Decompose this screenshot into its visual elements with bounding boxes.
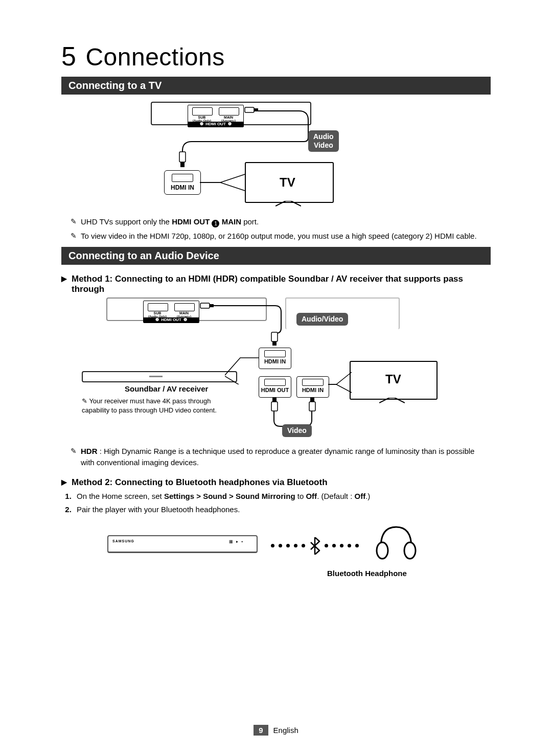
player-buttons: ▦ ▸ ▪ — [229, 539, 244, 544]
step-b2: Off — [306, 492, 317, 500]
diagram-tv-connection: SUB (Audio Only) MAIN (Anynet+) ❷ HDMI O… — [151, 102, 401, 209]
diagram-bluetooth: ▦ ▸ ▪ SAMSUNG Bluetooth Headphone — [97, 525, 455, 576]
svg-rect-9 — [271, 402, 278, 411]
hdmi-plug-down-icon — [270, 398, 279, 412]
pill-audio: Audio — [313, 132, 334, 141]
hdmi-out-strip: ❷ HDMI OUT ❶ — [144, 317, 199, 323]
player-port-panel: SUB (Audio Only) MAIN (Anynet+) ❷ HDMI O… — [143, 301, 199, 323]
hdr-bold: HDR — [81, 447, 98, 455]
chapter-title: Connections — [85, 43, 224, 71]
svg-rect-6 — [271, 332, 278, 341]
step-text: Pair the player with your Bluetooth head… — [77, 505, 240, 514]
note-b1: HDMI OUT — [172, 217, 212, 226]
dot-icon — [286, 544, 290, 547]
hdmi-cable-icon — [199, 302, 215, 311]
circled-1-icon: 1 — [212, 220, 219, 227]
note-b2: MAIN — [219, 217, 241, 226]
tv-hdmi-in-panel: HDMI IN — [296, 376, 329, 398]
num2-icon: ❷ — [155, 317, 159, 322]
svg-rect-4 — [200, 303, 210, 308]
dot-icon — [355, 544, 359, 547]
player-device — [107, 535, 258, 553]
dot-icon — [348, 544, 351, 547]
hdmi-out-label: HDMI OUT — [259, 387, 291, 393]
video-pill: Video — [282, 424, 312, 437]
dot-icon — [279, 544, 282, 547]
method1-notes: HDR : High Dynamic Range is a technique … — [61, 446, 491, 468]
hdmi-plug-down-icon — [270, 331, 279, 347]
step-pre: On the Home screen, set — [77, 492, 164, 500]
hdmi-out-port — [264, 379, 286, 386]
hdmi-out-text: HDMI OUT — [161, 317, 181, 322]
step-mid2: . (Default : — [317, 492, 354, 500]
headphones-icon — [373, 522, 419, 563]
soundbar-device — [82, 371, 237, 382]
main-label: MAIN — [174, 311, 194, 315]
manual-page: 5Connections Connecting to a TV SUB (Aud… — [0, 0, 552, 756]
note-item: UHD TVs support only the HDMI OUT 1 MAIN… — [71, 216, 490, 227]
svg-point-13 — [404, 542, 416, 559]
svg-rect-3 — [180, 162, 185, 167]
tv-stand-icon — [275, 201, 301, 207]
note-text: To view video in the HDMI 720p, 1080p, o… — [81, 232, 477, 240]
audio-video-pill: Audio/Video — [296, 313, 348, 326]
num1-icon: ❶ — [183, 317, 187, 322]
bluetooth-headphone-label: Bluetooth Headphone — [327, 569, 407, 578]
soundbar-label: Soundbar / AV receiver — [125, 384, 208, 393]
step-b3: Off — [354, 492, 365, 500]
method1-heading: Method 1: Connecting to an HDMI (HDR) co… — [61, 274, 491, 294]
sub-label: SUB — [148, 311, 167, 315]
dot-icon — [332, 544, 336, 547]
section-connecting-tv: Connecting to a TV — [61, 77, 491, 95]
step-mid: to — [295, 492, 306, 500]
note-item: To view video in the HDMI 720p, 1080p, o… — [71, 231, 490, 242]
page-number: 9 — [254, 725, 268, 736]
method2-steps: On the Home screen, set Settings > Sound… — [61, 491, 491, 516]
hdmi-in-panel: HDMI IN — [164, 170, 201, 195]
dot-icon — [340, 544, 343, 547]
soundbar-note: Your receiver must have 4K pass through … — [82, 397, 240, 415]
diagram-soundbar-connection: SUB (Audio Only) MAIN (Anynet+) ❷ HDMI O… — [82, 297, 440, 441]
hdmi-sub-port — [148, 303, 168, 311]
bluetooth-link — [271, 537, 359, 555]
hdmi-main-port — [174, 303, 195, 311]
svg-rect-10 — [310, 398, 314, 402]
tv-hdmi-in-label: HDMI IN — [297, 387, 329, 393]
step-item: Pair the player with your Bluetooth head… — [74, 504, 491, 516]
page-footer: 9English — [0, 725, 552, 736]
bluetooth-icon — [309, 537, 320, 555]
pill-video: Video — [314, 141, 333, 149]
footer-language: English — [273, 726, 298, 735]
dot-icon — [271, 544, 274, 547]
step-item: On the Home screen, set Settings > Sound… — [74, 491, 491, 502]
section1-notes: UHD TVs support only the HDMI OUT 1 MAIN… — [61, 216, 491, 242]
step-b1: Settings > Sound > Sound Mirroring — [164, 492, 295, 500]
svg-rect-5 — [210, 304, 214, 307]
hdmi-plug-vertical-icon — [178, 151, 187, 168]
svg-point-12 — [377, 542, 388, 559]
dot-icon — [325, 544, 328, 547]
chapter-number: 5 — [61, 41, 76, 71]
tv-label: TV — [385, 372, 401, 386]
svg-rect-8 — [272, 398, 277, 402]
section-connecting-audio: Connecting to an Audio Device — [61, 247, 491, 265]
hdmi-in-label: HDMI IN — [165, 184, 200, 191]
audio-video-pill: Audio Video — [308, 130, 339, 152]
note-item: HDR : High Dynamic Range is a technique … — [71, 446, 490, 468]
soundbar-note-text: Your receiver must have 4K pass through … — [82, 397, 217, 414]
hdmi-in-port — [172, 174, 193, 182]
step-post: .) — [365, 492, 370, 500]
pencil-icon — [82, 397, 89, 405]
tv-stand-icon — [379, 398, 405, 404]
tv-hdmi-in-port — [302, 379, 324, 386]
dot-icon — [294, 544, 297, 547]
hdmi-out-panel: HDMI OUT — [259, 376, 291, 398]
chapter-heading: 5Connections — [61, 41, 491, 72]
soundbar-indicator — [149, 376, 163, 377]
pointer-line — [200, 173, 246, 194]
hdmi-plug-down-icon — [308, 398, 317, 412]
hdr-text: : High Dynamic Range is a technique used… — [81, 447, 474, 467]
note-pre: UHD TVs support only the — [81, 217, 172, 226]
svg-rect-2 — [179, 152, 186, 162]
tv-label: TV — [280, 175, 295, 190]
